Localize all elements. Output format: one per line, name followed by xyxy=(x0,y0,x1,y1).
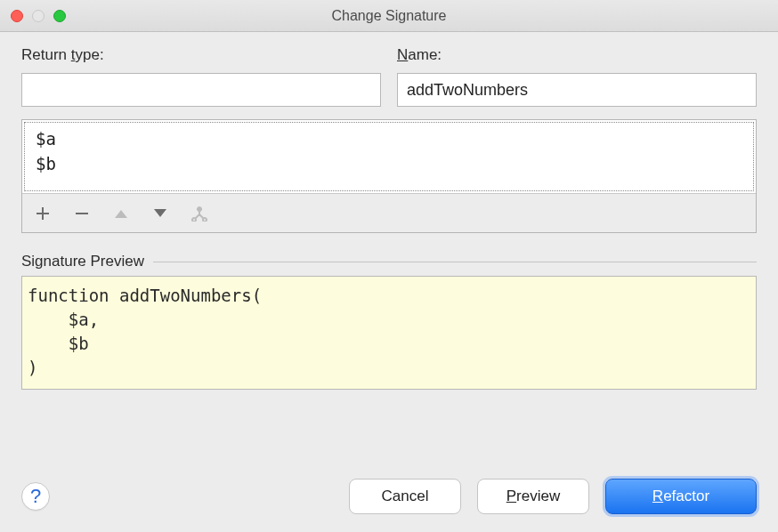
minus-icon xyxy=(75,206,89,221)
move-up-button xyxy=(111,204,131,223)
return-type-label: Return type: xyxy=(21,46,381,64)
signature-preview-header: Signature Preview xyxy=(21,253,757,270)
change-signature-dialog: Change Signature Return type: Name: $a $… xyxy=(0,0,778,532)
parameters-toolbar xyxy=(22,193,756,232)
divider xyxy=(153,262,757,262)
footer-buttons: Cancel Preview Refactor xyxy=(349,479,757,514)
minimize-window-button xyxy=(32,10,45,22)
refactor-button[interactable]: Refactor xyxy=(605,479,757,514)
window-title: Change Signature xyxy=(332,8,447,24)
cancel-button[interactable]: Cancel xyxy=(349,479,461,514)
signature-preview-box: function addTwoNumbers( $a, $b ) xyxy=(21,276,757,390)
svg-rect-0 xyxy=(76,213,88,214)
name-input[interactable] xyxy=(397,73,757,107)
parameter-item[interactable]: $a xyxy=(32,126,746,151)
signature-preview-label: Signature Preview xyxy=(21,253,144,270)
return-type-input[interactable] xyxy=(21,73,381,107)
fields-row: Return type: Name: xyxy=(21,46,757,107)
help-icon: ? xyxy=(30,485,41,508)
move-down-button[interactable] xyxy=(150,204,170,223)
propagate-icon xyxy=(191,206,207,222)
zoom-window-button[interactable] xyxy=(53,10,66,22)
signature-preview-section: Signature Preview function addTwoNumbers… xyxy=(21,253,757,390)
name-label: Name: xyxy=(397,46,757,64)
titlebar: Change Signature xyxy=(0,0,778,32)
dialog-footer: ? Cancel Preview Refactor xyxy=(21,479,757,514)
help-button[interactable]: ? xyxy=(21,482,50,511)
parameters-section: $a $b xyxy=(21,119,757,233)
preview-button[interactable]: Preview xyxy=(477,479,589,514)
close-window-button[interactable] xyxy=(11,10,23,22)
down-icon xyxy=(153,208,167,219)
plus-icon xyxy=(36,206,50,221)
return-type-field: Return type: xyxy=(21,46,381,107)
window-controls xyxy=(11,10,66,22)
remove-parameter-button[interactable] xyxy=(72,204,92,223)
name-field: Name: xyxy=(397,46,757,107)
parameters-list[interactable]: $a $b xyxy=(24,122,754,191)
add-parameter-button[interactable] xyxy=(33,204,53,223)
propagate-button xyxy=(190,204,209,223)
up-icon xyxy=(114,208,128,219)
dialog-content: Return type: Name: $a $b xyxy=(0,32,778,532)
parameter-item[interactable]: $b xyxy=(32,151,746,176)
